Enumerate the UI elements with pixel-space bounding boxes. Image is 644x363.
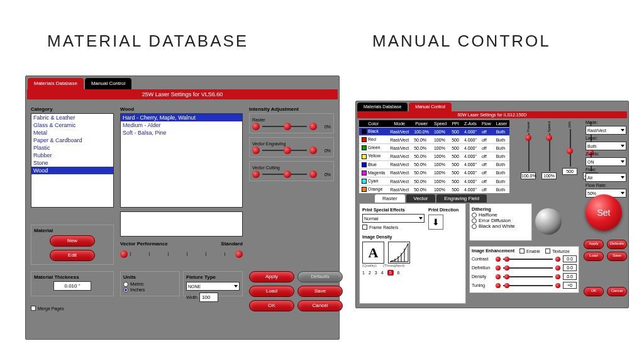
category-item[interactable]: Fabric & Leather	[31, 114, 113, 121]
subtab-raster[interactable]: Raster	[375, 194, 405, 203]
enh-contrast-plus-icon[interactable]	[555, 257, 560, 262]
raster-slider[interactable]	[262, 126, 307, 127]
density-scale[interactable]: 123456	[362, 270, 463, 276]
tab-manual-control[interactable]: Manual Control	[85, 78, 131, 89]
edit-button[interactable]: Edit	[50, 250, 95, 261]
thickness-input[interactable]: 0.010 "	[53, 281, 91, 291]
apply-button[interactable]: Apply	[249, 271, 294, 282]
enh-definition-minus-icon[interactable]	[496, 265, 501, 271]
density-tick[interactable]: 3	[375, 271, 377, 275]
density-tick[interactable]: 4	[381, 271, 384, 275]
enh-tuning-plus-icon[interactable]	[555, 283, 560, 288]
density-tick[interactable]: 5	[387, 270, 394, 276]
flow-dropdown[interactable]: Air	[586, 173, 626, 182]
units-metric-radio[interactable]: Metric	[123, 281, 177, 287]
tab-manual-control-r[interactable]: Manual Control	[409, 103, 451, 111]
set-button[interactable]: Set	[586, 194, 622, 231]
grid-row[interactable]: YellowRast/Vect50.0%100%5004.000"offBoth	[359, 152, 509, 160]
defaults-button-r[interactable]: Defaults	[607, 240, 627, 249]
subtab-engraving[interactable]: Engraving Field	[436, 194, 487, 203]
material-item[interactable]: Medium - Alder	[121, 121, 242, 129]
subtab-vector[interactable]: Vector	[406, 194, 436, 203]
dither-halftone-radio[interactable]: Halftone	[472, 212, 530, 218]
cancel-button-r[interactable]: Cancel	[607, 287, 627, 296]
ok-button-r[interactable]: OK	[584, 287, 604, 296]
enh-density-slider[interactable]	[503, 276, 553, 277]
density-tick[interactable]: 2	[369, 271, 371, 275]
texturize-checkbox[interactable]: Texturize	[545, 249, 570, 254]
material-notes[interactable]	[120, 211, 243, 237]
density-tick[interactable]: 6	[397, 271, 400, 275]
veceng-slider[interactable]	[262, 150, 307, 151]
vslider-ppi[interactable]	[567, 129, 572, 167]
vslider-speed[interactable]	[547, 133, 552, 171]
save-button-r[interactable]: Save	[607, 252, 627, 261]
grid-cell: 100%	[431, 136, 449, 144]
material-item[interactable]: Soft - Balsa, Pine	[121, 129, 242, 137]
width-input[interactable]: 100	[199, 293, 218, 302]
tab-materials-database[interactable]: Materials Database	[28, 78, 84, 89]
merge-pages-checkbox[interactable]: Merge Pages	[31, 306, 64, 311]
category-listbox[interactable]: Fabric & LeatherGlass & CeramicMetalPape…	[31, 113, 114, 208]
laser-dropdown[interactable]: Both	[586, 142, 626, 150]
enh-density-plus-icon[interactable]	[555, 274, 560, 279]
material-listbox[interactable]: Hard - Cherry, Maple, WalnutMedium - Ald…	[120, 113, 243, 208]
category-item[interactable]: Plastic	[31, 144, 113, 152]
enh-contrast-minus-icon[interactable]	[496, 257, 501, 262]
category-item[interactable]: Rubber	[31, 152, 113, 159]
veccut-minus-icon[interactable]	[252, 170, 260, 178]
print-direction-button[interactable]: ⬇	[428, 215, 443, 230]
raster-minus-icon[interactable]	[252, 123, 260, 130]
vslider-power-label: Power	[526, 121, 530, 132]
veccut-slider[interactable]	[262, 174, 307, 175]
material-item[interactable]: Hard - Cherry, Maple, Walnut	[121, 114, 242, 121]
enh-tuning-minus-icon[interactable]	[496, 283, 501, 288]
grid-row[interactable]: BlueRast/Vect50.0%100%5004.000"offBoth	[359, 160, 509, 169]
ok-button[interactable]: OK	[249, 300, 294, 311]
grid-row[interactable]: MagentaRast/Vect50.0%100%5004.000"offBot…	[359, 169, 509, 177]
grid-row[interactable]: OrangeRast/Vect50.0%100%5004.000"offBoth	[359, 186, 509, 194]
new-button[interactable]: New	[50, 235, 95, 247]
enh-density-minus-icon[interactable]	[496, 274, 501, 279]
mode-dropdown[interactable]: Rast/Vect	[586, 126, 626, 135]
enh-tuning-slider[interactable]	[503, 285, 553, 286]
veceng-plus-icon[interactable]	[309, 147, 317, 154]
print-effects-dropdown[interactable]: Normal	[362, 214, 425, 223]
color-settings-table[interactable]: ColorModePowerSpeedPPIZ-AxisFlowLaserBla…	[359, 120, 509, 193]
tab-materials-database-r[interactable]: Materials Database	[357, 103, 408, 111]
density-tick[interactable]: 1	[362, 271, 365, 275]
enable-checkbox[interactable]: Enable	[519, 249, 540, 254]
category-item[interactable]: Metal	[31, 129, 113, 137]
grid-row[interactable]: BlackRast/Vect100.0%100%5004.000"offBoth	[359, 128, 509, 136]
zaxis-dropdown[interactable]: ON	[586, 157, 626, 166]
vecperf-slider[interactable]	[130, 252, 233, 256]
fixture-dropdown[interactable]: NONE	[186, 282, 240, 291]
dither-error-radio[interactable]: Error Diffusion	[472, 218, 530, 223]
vecperf-left-icon[interactable]	[120, 250, 128, 258]
grid-row[interactable]: RedRast/Vect50.0%100%5004.000"offBoth	[359, 136, 509, 144]
raster-plus-icon[interactable]	[309, 123, 317, 130]
grid-cell: 100%	[431, 169, 449, 177]
grid-row[interactable]: CyanRast/Vect50.0%100%5004.000"offBoth	[359, 177, 509, 185]
apply-button-r[interactable]: Apply	[584, 240, 604, 249]
grid-row[interactable]: GreenRast/Vect50.0%100%5004.000"offBoth	[359, 144, 509, 152]
cancel-button[interactable]: Cancel	[297, 300, 343, 311]
defaults-button[interactable]: Defaults	[297, 271, 343, 282]
dither-bw-radio[interactable]: Black and White	[472, 223, 530, 229]
enh-definition-slider[interactable]	[503, 267, 553, 269]
load-button[interactable]: Load	[249, 286, 294, 297]
category-item[interactable]: Wood	[31, 167, 113, 174]
enh-contrast-slider[interactable]	[503, 259, 553, 260]
category-item[interactable]: Paper & Cardboard	[31, 137, 113, 144]
vslider-power[interactable]	[526, 133, 531, 171]
veccut-plus-icon[interactable]	[309, 170, 317, 178]
enh-definition-plus-icon[interactable]	[555, 265, 560, 271]
vecperf-right-icon[interactable]	[235, 250, 243, 258]
category-item[interactable]: Glass & Ceramic	[31, 121, 113, 129]
load-button-r[interactable]: Load	[584, 252, 604, 261]
units-inches-radio[interactable]: Inches	[123, 287, 177, 293]
save-button[interactable]: Save	[297, 286, 343, 297]
frame-rasters-checkbox[interactable]: Frame Rasters	[362, 225, 425, 230]
category-item[interactable]: Stone	[31, 159, 113, 167]
veceng-minus-icon[interactable]	[252, 147, 260, 154]
